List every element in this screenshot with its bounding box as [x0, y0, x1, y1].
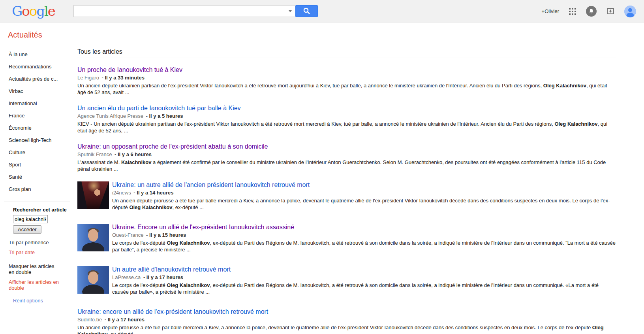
article-source: Sudinfo.be [77, 317, 102, 323]
article-source: Agence Tunis Afrique Presse [77, 113, 143, 119]
article-title-link[interactable]: Un proche de Ianoukovitch tué à Kiev [77, 66, 182, 74]
article-title-link[interactable]: Un autre allié d'Ianoukovitch retrouvé m… [112, 266, 231, 273]
articles-header: Tous les articles [77, 46, 616, 57]
article-time: - Il y a 17 heures [143, 274, 183, 280]
article-snippet: Le corps de l'ex-député Oleg Kalachnikov… [112, 282, 616, 295]
article-item: Ukraine. Encore un allié de l'ex-préside… [77, 224, 616, 253]
logo-letter: o [29, 3, 36, 19]
article-meta: i24news - Il y a 14 heures [112, 190, 616, 196]
sidebar-item[interactable]: France [0, 109, 76, 122]
show-duplicates-link[interactable]: Afficher les articles en double [0, 277, 65, 293]
article-item: Ukraine: un autre allié de l'ancien prés… [77, 181, 616, 211]
sidebar-item[interactable]: Virbac [0, 85, 76, 97]
logo-letter: G [12, 3, 22, 19]
article-snippet: L'assassinat de M. Kalachnikov a égaleme… [77, 159, 616, 172]
article-time: - Il y a 15 heures [146, 232, 186, 238]
logo-letter: o [22, 3, 29, 19]
article-time: - Il y a 14 heures [133, 190, 173, 196]
article-time: - Il y a 33 minutes [102, 75, 145, 81]
sidebar: À la uneRecommandationsActualités près d… [0, 44, 76, 304]
logo-letter: l [44, 3, 48, 19]
article-source: Sputnik France [77, 151, 112, 157]
search-button[interactable] [295, 5, 318, 17]
article-source: Le Figaro [77, 75, 99, 81]
sidebar-item[interactable]: Culture [0, 146, 76, 159]
search-icon [303, 7, 311, 15]
sidebar-item[interactable]: Recommandations [0, 60, 76, 73]
sidebar-divider [4, 202, 70, 202]
search-article-label: Rechercher cet article [13, 207, 76, 213]
article-item: Un autre allié d'Ianoukovitch retrouvé m… [77, 266, 616, 295]
sidebar-item[interactable]: À la une [0, 48, 76, 60]
sidebar-item[interactable]: Science/High-Tech [0, 134, 76, 146]
article-item: Ukraine: encore un allié de l'ex-préside… [77, 308, 616, 334]
logo-letter: g [36, 3, 44, 19]
article-time: - Il y a 17 heures [105, 317, 145, 323]
article-meta: Ouest-France - Il y a 15 heures [112, 232, 616, 238]
article-title-link[interactable]: Un ancien élu du parti de Ianoukovitch t… [77, 105, 241, 112]
article-meta: Sudinfo.be - Il y a 17 heures [77, 317, 616, 323]
article-meta: Sputnik France - Il y a 6 heures [77, 151, 616, 157]
sidebar-item[interactable]: Gros plan [0, 183, 76, 195]
article-item: Un proche de Ianoukovitch tué à KievLe F… [77, 66, 616, 96]
article-title-link[interactable]: Ukraine: encore un allié de l'ex-préside… [77, 308, 268, 315]
profile-name-link[interactable]: +Olivier [542, 8, 559, 14]
article-time: - Il y a 6 heures [115, 151, 152, 157]
google-logo[interactable]: Google [12, 4, 62, 18]
sidebar-nav: À la uneRecommandationsActualités près d… [0, 48, 76, 195]
article-snippet: Un ancien député ukrainien partisan de l… [77, 82, 616, 96]
article-snippet: Un ancien député prorusse a été tué par … [77, 324, 616, 334]
search-area [73, 5, 318, 17]
sidebar-item[interactable]: International [0, 97, 76, 109]
article-title-link[interactable]: Ukraine: un autre allié de l'ancien prés… [112, 181, 310, 189]
article-title-link[interactable]: Ukraine: un opposant proche de l'ex-prés… [77, 143, 268, 150]
article-item: Ukraine: un opposant proche de l'ex-prés… [77, 143, 616, 172]
title-band: Actualités [0, 23, 644, 44]
sidebar-item[interactable]: Actualités près de c... [0, 73, 76, 85]
search-article-box: Rechercher cet article Accéder [0, 207, 76, 234]
notifications-bell-icon[interactable] [586, 6, 597, 17]
search-input[interactable] [73, 5, 295, 17]
article-snippet: KIEV - Un ancien député ukrainien partis… [77, 121, 616, 134]
share-plus-icon[interactable] [606, 7, 615, 16]
topbar-actions: +Olivier [542, 0, 636, 23]
article-time: - Il y a 5 heures [146, 113, 183, 119]
sidebar-item[interactable]: Sport [0, 159, 76, 171]
article-snippet: Un ancien député prorusse a été tué par … [112, 197, 616, 211]
article-source: Ouest-France [112, 232, 143, 238]
logo-letter: e [48, 3, 55, 19]
articles-list: Un proche de Ianoukovitch tué à KievLe F… [77, 66, 616, 334]
page-title: Actualités [0, 23, 644, 40]
article-thumbnail[interactable] [77, 224, 109, 251]
main-content: Tous les articles Un proche de Ianoukovi… [76, 44, 644, 334]
apps-grid-icon[interactable] [569, 8, 576, 15]
article-source: i24news [112, 190, 131, 196]
article-search-input[interactable] [13, 215, 48, 223]
sidebar-item[interactable]: Santé [0, 171, 76, 183]
sort-by-relevance-label: Tri par pertinence [0, 238, 76, 247]
reset-options-link[interactable]: Réint options [0, 298, 76, 304]
article-thumbnail[interactable] [77, 181, 109, 209]
article-meta: Le Figaro - Il y a 33 minutes [77, 75, 616, 81]
article-title-link[interactable]: Ukraine. Encore un allié de l'ex-préside… [112, 224, 294, 231]
acceder-button[interactable]: Accéder [13, 225, 41, 234]
article-snippet: Le corps de l'ex-député Oleg Kalachnikov… [112, 240, 616, 253]
article-source: LaPresse.ca [112, 274, 141, 280]
article-meta: LaPresse.ca - Il y a 17 heures [112, 274, 616, 280]
search-history-dropdown-icon[interactable] [289, 10, 292, 12]
avatar[interactable] [624, 6, 636, 17]
article-meta: Agence Tunis Afrique Presse - Il y a 5 h… [77, 113, 616, 119]
sort-by-date-link[interactable]: Tri par date [0, 247, 65, 257]
sidebar-item[interactable]: Économie [0, 122, 76, 134]
top-app-bar: Google +Olivier [0, 0, 644, 23]
hide-duplicates-label: Masquer les articles en double [0, 261, 65, 277]
article-thumbnail[interactable] [77, 266, 109, 294]
article-item: Un ancien élu du parti de Ianoukovitch t… [77, 105, 616, 134]
